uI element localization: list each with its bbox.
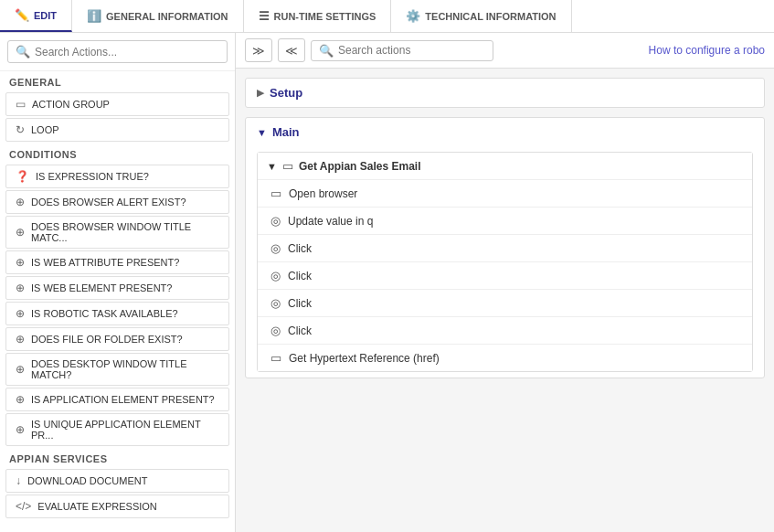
gear-icon: ⚙️ (406, 9, 420, 23)
palette-item-file-folder[interactable]: ⊕ DOES FILE OR FOLDER EXIST? (5, 327, 229, 351)
tab-edit[interactable]: ✏️ EDIT (0, 0, 72, 32)
click-1-icon: ◎ (270, 241, 281, 255)
collapse-all-icon: ≪ (285, 44, 298, 58)
section-header-conditions: CONDITIONS (0, 144, 235, 163)
search-actions-box[interactable]: 🔍 (311, 40, 493, 61)
palette-item-is-expr[interactable]: ❓ IS EXPRESSION TRUE? (5, 165, 229, 188)
palette-search-input[interactable] (35, 46, 219, 59)
update-value-icon: ◎ (270, 214, 281, 228)
content-area: ≫ ≪ 🔍 How to configure a robo ▶ Setup (236, 33, 774, 532)
evaluate-expr-icon: </> (16, 500, 31, 513)
tab-technical[interactable]: ⚙️ TECHNICAL INFORMATION (391, 0, 571, 32)
setup-section-title: Setup (270, 86, 302, 100)
content-toolbar: ≫ ≪ 🔍 How to configure a robo (236, 33, 774, 69)
palette-item-browser-alert[interactable]: ⊕ DOES BROWSER ALERT EXIST? (5, 190, 229, 214)
group-arrow-icon: ▼ (267, 161, 277, 172)
palette-item-web-attr[interactable]: ⊕ IS WEB ATTRIBUTE PRESENT? (5, 250, 229, 274)
main-section-toggle[interactable]: ▼ Main (246, 118, 764, 146)
question-icon: ❓ (16, 170, 29, 183)
tab-general[interactable]: ℹ️ GENERAL INFORMATION (72, 0, 243, 32)
top-tab-bar: ✏️ EDIT ℹ️ GENERAL INFORMATION ☰ RUN-TIM… (0, 0, 774, 33)
search-icon: 🔍 (16, 45, 30, 59)
click-3-icon: ◎ (270, 296, 281, 310)
palette-item-loop[interactable]: ↻ LOOP (5, 118, 229, 142)
palette-item-unique-app-element[interactable]: ⊕ IS UNIQUE APPLICATION ELEMENT PR... (5, 413, 229, 446)
browser-alert-icon: ⊕ (16, 196, 25, 208)
web-element-icon: ⊕ (16, 282, 25, 294)
search-actions-input[interactable] (338, 44, 485, 57)
palette-item-web-element[interactable]: ⊕ IS WEB ELEMENT PRESENT? (5, 276, 229, 300)
palette-sidebar: 🔍 GENERAL ▭ ACTION GROUP ↻ LOOP CONDITIO… (0, 33, 236, 532)
palette-item-browser-window-title[interactable]: ⊕ DOES BROWSER WINDOW TITLE MATC... (5, 216, 229, 249)
browser-window-icon: ⊕ (16, 226, 25, 239)
collapse-all-button[interactable]: ≪ (278, 38, 305, 62)
setup-arrow-icon: ▶ (257, 87, 264, 99)
tab-runtime[interactable]: ☰ RUN-TIME SETTINGS (244, 0, 392, 32)
file-folder-icon: ⊕ (16, 333, 25, 346)
action-group-get-appian: ▼ ▭ Get Appian Sales Email ▭ Open browse… (257, 152, 753, 372)
group-name-label: Get Appian Sales Email (299, 160, 421, 173)
section-header-appian-services: APPIAN SERVICES (0, 448, 235, 467)
palette-search-wrapper[interactable]: 🔍 (7, 40, 228, 63)
app-element-icon: ⊕ (16, 393, 25, 406)
runtime-icon: ☰ (259, 9, 270, 23)
expand-all-button[interactable]: ≫ (245, 38, 272, 62)
group-folder-icon: ▭ (282, 159, 293, 173)
action-get-href[interactable]: ▭ Get Hypertext Reference (href) (258, 344, 752, 371)
how-to-link[interactable]: How to configure a robo (649, 44, 765, 57)
action-group-header[interactable]: ▼ ▭ Get Appian Sales Email (258, 153, 752, 179)
main-section-title: Main (272, 125, 300, 139)
palette-item-desktop-window[interactable]: ⊕ DOES DESKTOP WINDOW TITLE MATCH? (5, 353, 229, 386)
setup-section-toggle[interactable]: ▶ Setup (246, 79, 764, 107)
palette-item-evaluate-expr[interactable]: </> EVALUATE EXPRESSION (5, 495, 229, 518)
get-href-icon: ▭ (270, 351, 281, 365)
action-click-3[interactable]: ◎ Click (258, 289, 752, 316)
robotic-task-icon: ⊕ (16, 307, 25, 320)
action-click-1[interactable]: ◎ Click (258, 234, 752, 261)
click-2-icon: ◎ (270, 269, 281, 282)
web-attr-icon: ⊕ (16, 256, 25, 269)
palette-item-robotic-task[interactable]: ⊕ IS ROBOTIC TASK AVAILABLE? (5, 302, 229, 325)
download-doc-icon: ↓ (16, 474, 21, 487)
info-icon: ℹ️ (87, 9, 101, 23)
click-4-icon: ◎ (270, 324, 281, 337)
main-layout: 🔍 GENERAL ▭ ACTION GROUP ↻ LOOP CONDITIO… (0, 33, 774, 532)
palette-search-box: 🔍 (0, 33, 235, 71)
loop-icon: ↻ (16, 123, 25, 136)
action-click-2[interactable]: ◎ Click (258, 261, 752, 289)
action-group-icon: ▭ (16, 98, 26, 111)
setup-section: ▶ Setup (245, 78, 765, 108)
main-section: ▼ Main ▼ ▭ Get Appian Sales Email ▭ Open… (245, 117, 765, 378)
action-open-browser[interactable]: ▭ Open browser (258, 179, 752, 207)
open-browser-icon: ▭ (270, 186, 281, 200)
palette-item-app-element[interactable]: ⊕ IS APPLICATION ELEMENT PRESENT? (5, 388, 229, 411)
palette-item-download-doc[interactable]: ↓ DOWNLOAD DOCUMENT (5, 469, 229, 493)
expand-all-icon: ≫ (252, 44, 265, 58)
palette-item-action-group[interactable]: ▭ ACTION GROUP (5, 92, 229, 116)
unique-app-element-icon: ⊕ (16, 423, 25, 436)
search-actions-icon: 🔍 (319, 44, 334, 58)
edit-icon: ✏️ (15, 8, 29, 22)
desktop-window-icon: ⊕ (16, 363, 25, 376)
main-arrow-icon: ▼ (257, 127, 267, 138)
action-click-4[interactable]: ◎ Click (258, 316, 752, 344)
action-update-value[interactable]: ◎ Update value in q (258, 207, 752, 234)
section-header-general: GENERAL (0, 71, 235, 90)
flow-content: ▶ Setup ▼ Main ▼ ▭ Get Appian Sales Emai… (236, 69, 774, 532)
